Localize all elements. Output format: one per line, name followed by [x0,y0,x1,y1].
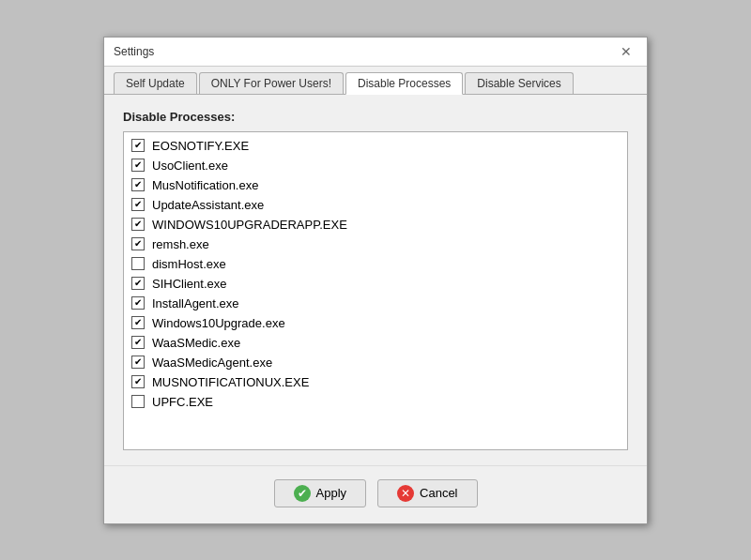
list-item: WaaSMedicAgent.exe [124,353,627,372]
process-checkbox[interactable] [131,336,145,349]
list-item: Windows10Upgrade.exe [124,313,627,333]
list-item: MUSNOTIFICATIONUX.EXE [124,372,627,392]
cancel-icon: ✕ [397,485,414,502]
process-name: WaaSMedic.exe [152,336,240,350]
process-name: MusNotification.exe [152,178,258,192]
process-name: Windows10Upgrade.exe [152,316,285,330]
list-item: MusNotification.exe [124,175,627,195]
section-label: Disable Processes: [123,110,628,124]
list-item: SIHClient.exe [124,274,627,294]
window-title: Settings [114,45,154,58]
list-item: UPFC.EXE [124,392,627,412]
process-name: SIHClient.exe [152,277,226,291]
tab-bar: Self UpdateONLY For Power Users!Disable … [104,67,647,95]
process-checkbox[interactable] [131,139,145,152]
process-checkbox[interactable] [131,316,145,329]
apply-label: Apply [316,486,347,500]
process-checkbox[interactable] [131,257,145,270]
process-name: remsh.exe [152,237,209,251]
process-name: InstallAgent.exe [152,296,239,310]
cancel-label: Cancel [420,486,457,500]
apply-button[interactable]: ✔ Apply [274,479,367,507]
process-checkbox[interactable] [131,395,145,408]
process-name: UPFC.EXE [152,395,213,409]
process-checkbox[interactable] [131,159,145,172]
process-name: dismHost.exe [152,257,226,271]
process-checkbox[interactable] [131,237,145,250]
process-checkbox[interactable] [131,356,145,369]
process-list[interactable]: EOSNOTIFY.EXEUsoClient.exeMusNotificatio… [123,131,628,450]
tab-self-update[interactable]: Self Update [114,72,197,94]
list-item: UpdateAssistant.exe [124,195,627,215]
footer: ✔ Apply ✕ Cancel [104,465,647,521]
settings-window: Settings ✕ Self UpdateONLY For Power Use… [103,37,648,524]
process-name: MUSNOTIFICATIONUX.EXE [152,375,309,389]
list-item: WINDOWS10UPGRADERAPP.EXE [124,215,627,235]
process-checkbox[interactable] [131,218,145,231]
tab-power-users[interactable]: ONLY For Power Users! [199,72,344,94]
cancel-button[interactable]: ✕ Cancel [377,479,477,507]
process-checkbox[interactable] [131,375,145,388]
tab-disable-services[interactable]: Disable Services [465,72,573,94]
process-checkbox[interactable] [131,178,145,191]
process-name: UpdateAssistant.exe [152,198,264,212]
tab-disable-processes[interactable]: Disable Processes [345,72,463,95]
main-content: Disable Processes: EOSNOTIFY.EXEUsoClien… [104,95,647,465]
list-item: dismHost.exe [124,254,627,274]
list-item: EOSNOTIFY.EXE [124,136,627,156]
process-checkbox[interactable] [131,296,145,310]
process-name: WaaSMedicAgent.exe [152,356,272,370]
process-name: WINDOWS10UPGRADERAPP.EXE [152,218,347,232]
close-button[interactable]: ✕ [615,43,637,60]
process-name: EOSNOTIFY.EXE [152,139,249,153]
list-item: InstallAgent.exe [124,294,627,313]
process-checkbox[interactable] [131,198,145,211]
list-item: WaaSMedic.exe [124,333,627,353]
list-item: UsoClient.exe [124,156,627,175]
apply-icon: ✔ [294,485,311,502]
list-item: remsh.exe [124,235,627,254]
title-bar: Settings ✕ [104,38,647,67]
process-name: UsoClient.exe [152,159,228,173]
process-checkbox[interactable] [131,277,145,290]
